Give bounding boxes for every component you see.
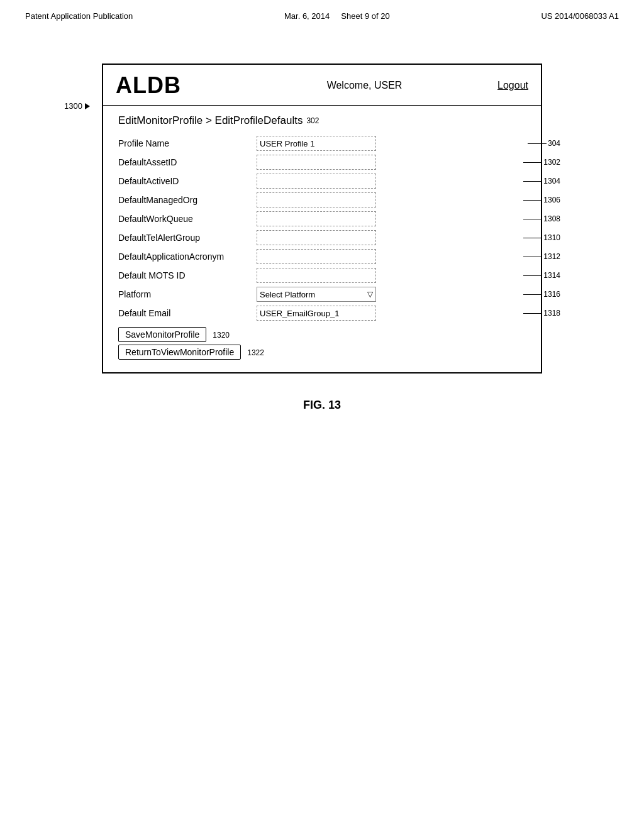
field-input-defaultemail[interactable] [257, 306, 376, 321]
form-rows: Profile Name 304DefaultAssetID 1302Defau… [118, 136, 526, 321]
field-input-defaulttelalertgroup[interactable] [257, 230, 376, 245]
ref-1320: 1320 [213, 331, 230, 340]
patent-left: Patent Application Publication [25, 11, 133, 21]
field-input-defaultmotsid[interactable] [257, 268, 376, 283]
app-header: ALDB Welcome, USER Logout [103, 65, 541, 106]
savemonitorprofile-button[interactable]: SaveMonitorProfile [118, 327, 206, 342]
form-row: DefaultAssetID 1302 [118, 155, 526, 170]
ref-label-1316: 1316 [523, 290, 560, 299]
field-label: DefaultAssetID [118, 157, 257, 167]
field-label: Profile Name [118, 138, 257, 148]
ref-302: 302 [306, 116, 319, 125]
form-row: Default Email 1318 [118, 306, 526, 321]
field-label: Default MOTS ID [118, 270, 257, 280]
field-input-defaultactiveid[interactable] [257, 174, 376, 189]
select-arrow-icon: ▽ [367, 290, 373, 299]
field-label: DefaultActiveID [118, 176, 257, 186]
field-label: Default Email [118, 308, 257, 318]
form-row: Profile Name 304 [118, 136, 526, 151]
returntoviewmonitorprofile-button[interactable]: ReturnToViewMonitorProfile [118, 345, 241, 360]
ref-1322: 1322 [247, 348, 264, 357]
page-content: 1300 ALDB Welcome, USER Logout EditMonit… [0, 26, 644, 412]
form-row: PlatformSelect Platform▽ 1316 [118, 287, 526, 302]
fig-label: FIG. 13 [303, 399, 341, 412]
logout-link[interactable]: Logout [497, 80, 528, 91]
form-row: DefaultActiveID 1304 [118, 174, 526, 189]
patent-header: Patent Application Publication Mar. 6, 2… [0, 0, 644, 26]
form-row: DefaultManagedOrg 1306 [118, 192, 526, 208]
ref-label-1304: 1304 [523, 177, 560, 185]
field-input-defaultassetid[interactable] [257, 155, 376, 170]
ref-label-1312: 1312 [523, 252, 560, 261]
button-row-1: ReturnToViewMonitorProfile1322 [118, 345, 526, 360]
buttons-container: SaveMonitorProfile1320ReturnToViewMonito… [118, 327, 526, 360]
diagram-label-1300: 1300 [64, 101, 90, 111]
field-label: DefaultManagedOrg [118, 195, 257, 205]
ref-label-1314: 1314 [523, 271, 560, 280]
field-input-defaultmanagedorg[interactable] [257, 192, 376, 208]
ref-label-1318: 1318 [523, 309, 560, 318]
form-row: DefaultWorkQueue 1308 [118, 211, 526, 226]
form-row: DefaultTelAlertGroup 1310 [118, 230, 526, 245]
button-row-0: SaveMonitorProfile1320 [118, 327, 526, 342]
diagram-wrapper: 1300 ALDB Welcome, USER Logout EditMonit… [102, 64, 542, 374]
arrow-icon [85, 103, 90, 109]
ref-label-1310: 1310 [523, 233, 560, 242]
ui-box: ALDB Welcome, USER Logout EditMonitorPro… [102, 64, 542, 374]
form-row: DefaultApplicationAcronym 1312 [118, 249, 526, 264]
ref-label-1302: 1302 [523, 158, 560, 167]
patent-date-sheet: Mar. 6, 2014 Sheet 9 of 20 [284, 11, 390, 21]
field-label: DefaultWorkQueue [118, 214, 257, 224]
patent-number: US 2014/0068033 A1 [541, 11, 619, 21]
field-input-defaultapplicationacronym[interactable] [257, 249, 376, 264]
field-label: DefaultApplicationAcronym [118, 252, 257, 262]
breadcrumb: EditMonitorProfile > EditProfileDefaults… [118, 114, 526, 127]
field-label: DefaultTelAlertGroup [118, 233, 257, 243]
field-label: Platform [118, 289, 257, 299]
form-row: Default MOTS ID 1314 [118, 268, 526, 283]
field-input-defaultworkqueue[interactable] [257, 211, 376, 226]
app-logo: ALDB [116, 72, 181, 99]
field-input-profilename[interactable] [257, 136, 376, 151]
form-area: EditMonitorProfile > EditProfileDefaults… [103, 106, 541, 372]
ref-label-304: 304 [528, 139, 560, 148]
app-welcome: Welcome, USER [231, 80, 497, 91]
ref-label-1306: 1306 [523, 196, 560, 204]
platform-select[interactable]: Select Platform▽ [257, 287, 376, 302]
ref-label-1308: 1308 [523, 214, 560, 223]
